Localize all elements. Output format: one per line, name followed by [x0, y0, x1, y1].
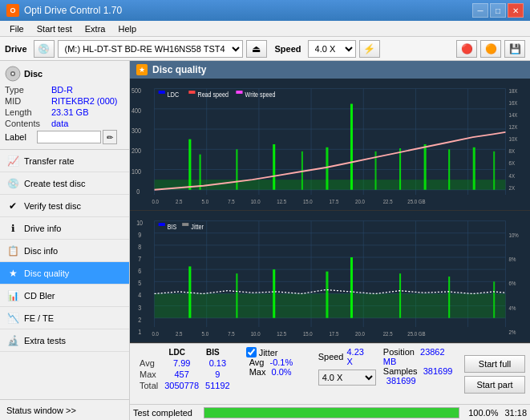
- eject-btn[interactable]: ⏏: [246, 40, 267, 58]
- drive-select[interactable]: (M:) HL-DT-ST BD-RE WH16NS58 TST4: [58, 40, 243, 58]
- stats-total-row: Total 3050778 51192: [136, 380, 233, 391]
- minimize-button[interactable]: ─: [472, 3, 488, 18]
- svg-text:22.5: 22.5: [383, 331, 393, 337]
- stats-row1: LDC BIS Avg 7.99 0.13 Max: [130, 344, 530, 404]
- jitter-avg-row: Avg -0.1%: [246, 357, 305, 367]
- svg-text:8%: 8%: [509, 256, 516, 262]
- svg-text:5: 5: [138, 280, 141, 288]
- svg-text:8X: 8X: [509, 148, 516, 155]
- position-row: Position 23862 MB: [383, 347, 453, 366]
- jitter-max-label: Max: [249, 367, 266, 377]
- disc-btn2[interactable]: 🟠: [480, 40, 501, 58]
- nav-create-test-disc[interactable]: 💿 Create test disc: [0, 172, 129, 195]
- svg-text:4: 4: [138, 292, 141, 300]
- svg-text:17.5: 17.5: [329, 199, 338, 205]
- total-ldc: 3050778: [161, 380, 202, 391]
- chart1-wrapper: LDC Read speed Write speed 500 400 300 2…: [130, 79, 530, 211]
- jitter-checkbox-row: Jitter: [246, 347, 305, 357]
- stats-table: LDC BIS Avg 7.99 0.13 Max: [130, 344, 240, 404]
- svg-text:7: 7: [138, 255, 141, 263]
- svg-rect-19: [188, 139, 191, 190]
- drive-icon-btn[interactable]: 💿: [34, 40, 55, 58]
- svg-text:20.0: 20.0: [355, 331, 365, 337]
- fe-te-icon: 📉: [6, 312, 19, 325]
- nav-fe-te[interactable]: 📉 FE / TE: [0, 307, 129, 329]
- svg-rect-21: [236, 149, 237, 189]
- disc-type-value: BD-R: [51, 85, 73, 95]
- menu-start-test[interactable]: Start test: [30, 22, 79, 35]
- svg-text:4X: 4X: [509, 172, 516, 179]
- svg-text:2.5: 2.5: [176, 199, 183, 205]
- svg-text:16X: 16X: [509, 99, 518, 106]
- status-text: Test completed: [133, 408, 197, 418]
- close-button[interactable]: ✕: [508, 3, 524, 18]
- nav-verify-test-disc[interactable]: ✔ Verify test disc: [0, 195, 129, 217]
- create-test-disc-icon: 💿: [6, 177, 19, 190]
- samples-value: 381699: [423, 366, 453, 376]
- nav-verify-test-disc-label: Verify test disc: [24, 201, 81, 211]
- jitter-max-val: 0.0%: [272, 367, 292, 377]
- col-bis: BIS: [202, 347, 233, 357]
- start-full-button[interactable]: Start full: [464, 355, 525, 373]
- max-ldc: 457: [161, 369, 202, 380]
- nav-extra-tests[interactable]: 🔬 Extra tests: [0, 329, 129, 352]
- menubar: File Start test Extra Help: [0, 21, 530, 37]
- jitter-avg-val: -0.1%: [270, 357, 293, 367]
- nav-disc-quality[interactable]: ★ Disc quality: [0, 262, 129, 285]
- svg-text:25.0 GB: 25.0 GB: [407, 199, 426, 205]
- svg-text:10%: 10%: [509, 232, 519, 238]
- svg-rect-31: [493, 151, 495, 190]
- nav-extra-tests-label: Extra tests: [24, 336, 66, 345]
- speed-select[interactable]: 4.0 X 2.0 X 6.0 X: [308, 40, 356, 58]
- svg-rect-20: [200, 155, 201, 190]
- speed-btn[interactable]: ⚡: [359, 40, 380, 58]
- disc-length-value: 23.31 GB: [51, 107, 88, 117]
- svg-rect-32: [159, 91, 165, 94]
- disc-quality-icon: ★: [6, 267, 19, 280]
- svg-rect-85: [273, 269, 275, 318]
- label-input[interactable]: [37, 131, 101, 143]
- svg-text:6: 6: [138, 268, 141, 276]
- svg-text:17.5: 17.5: [329, 331, 338, 337]
- start-part-button[interactable]: Start part: [464, 376, 525, 394]
- cd-bler-icon: 📊: [6, 289, 19, 302]
- svg-rect-93: [182, 223, 188, 226]
- disc-length-label: Length: [5, 107, 51, 117]
- speed-select-stats[interactable]: 4.0 X: [318, 370, 376, 386]
- svg-text:5.0: 5.0: [202, 331, 209, 337]
- jitter-avg-label: Avg: [249, 357, 265, 367]
- stats-panel: LDC BIS Avg 7.99 0.13 Max: [130, 343, 530, 404]
- drive-info-icon: ℹ: [6, 222, 19, 235]
- jitter-label: Jitter: [259, 348, 278, 357]
- menu-help[interactable]: Help: [111, 22, 143, 35]
- svg-text:0.0: 0.0: [152, 331, 159, 337]
- nav-disc-info-label: Disc info: [24, 246, 58, 256]
- disc-panel-title: Disc: [24, 69, 42, 79]
- svg-text:10: 10: [136, 219, 143, 227]
- sidebar: Disc Type BD-R MID RITEKBR2 (000) Length…: [0, 61, 130, 420]
- jitter-max-row: Max 0.0%: [246, 367, 305, 377]
- svg-rect-91: [159, 223, 165, 226]
- disc-panel: Disc Type BD-R MID RITEKBR2 (000) Length…: [0, 61, 129, 150]
- svg-point-2: [12, 73, 14, 75]
- menu-file[interactable]: File: [3, 22, 30, 35]
- jitter-checkbox[interactable]: [246, 347, 257, 357]
- menu-extra[interactable]: Extra: [79, 22, 112, 35]
- svg-text:9: 9: [138, 231, 141, 239]
- nav-transfer-rate[interactable]: 📈 Transfer rate: [0, 150, 129, 172]
- svg-text:1: 1: [138, 328, 141, 336]
- status-window-btn[interactable]: Status window >>: [0, 399, 129, 420]
- speed-row: Speed 4.23 X: [318, 347, 370, 366]
- label-edit-btn[interactable]: ✏: [103, 130, 117, 144]
- nav-cd-bler[interactable]: 📊 CD Bler: [0, 285, 129, 307]
- svg-text:LDC: LDC: [168, 91, 179, 99]
- svg-rect-36: [236, 91, 242, 94]
- maximize-button[interactable]: □: [490, 3, 506, 18]
- save-btn[interactable]: 💾: [504, 40, 525, 58]
- nav-disc-info[interactable]: 📋 Disc info: [0, 240, 129, 262]
- svg-text:15.0: 15.0: [303, 331, 313, 337]
- nav-drive-info[interactable]: ℹ Drive info: [0, 217, 129, 240]
- disc-btn1[interactable]: 🔴: [456, 40, 477, 58]
- svg-text:10.0: 10.0: [251, 199, 261, 205]
- svg-rect-82: [155, 293, 506, 317]
